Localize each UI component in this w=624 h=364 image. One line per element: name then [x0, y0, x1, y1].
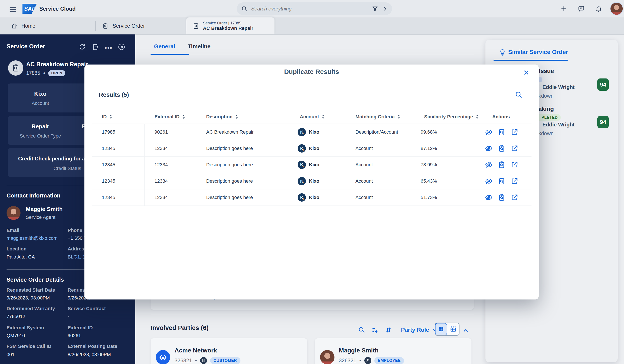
search-icon[interactable] — [358, 326, 365, 334]
tab-home-label: Home — [21, 23, 35, 29]
contact-info-heading: Contact Information — [6, 192, 60, 199]
open-external-icon[interactable] — [511, 128, 519, 136]
card-view-toggle[interactable] — [435, 323, 447, 335]
sort-toggle-icon[interactable] — [109, 114, 113, 119]
table-row[interactable]: 12345 12334 Description goes here KKixo … — [92, 157, 531, 173]
similarity-score-badge: 94 — [598, 78, 609, 91]
similar-card-title-fragment[interactable]: aking — [539, 106, 554, 113]
inspect-order-icon[interactable] — [498, 145, 506, 152]
tab-service-order-label: Service Order — [113, 23, 145, 29]
party-role-sort-select[interactable]: Party Role — [401, 326, 438, 333]
table-row[interactable]: 12345 12334 Description goes here KKixo … — [92, 189, 531, 206]
tab-strip: Home Service Order ••• — [0, 17, 624, 35]
table-row[interactable]: 12345 12334 Description goes here KKixo … — [92, 173, 531, 189]
add-filter-icon[interactable] — [371, 326, 378, 334]
tab-general[interactable]: General — [154, 43, 175, 50]
contact-name: Maggie Smith — [26, 206, 63, 213]
user-avatar[interactable] — [610, 3, 623, 15]
detail-value: 001 — [6, 352, 15, 358]
status-badge-fragment: PLETED — [539, 114, 561, 121]
chat-icon[interactable] — [578, 5, 585, 12]
table-row[interactable]: 17985 90261 AC Breakdown Repair KKixo De… — [92, 124, 531, 140]
notifications-bell-icon[interactable] — [595, 5, 602, 12]
cell-matching-criteria: Description/Account — [355, 129, 421, 135]
phone-label: Phone — [68, 228, 82, 233]
table-view-toggle[interactable] — [447, 323, 459, 335]
collapse-panel-icon[interactable] — [118, 43, 125, 50]
sort-toggle-icon[interactable] — [475, 114, 479, 119]
sort-toggle-icon[interactable] — [235, 114, 239, 119]
tab-timeline[interactable]: Timeline — [188, 43, 210, 50]
chevron-right-icon[interactable] — [382, 6, 388, 12]
party-card-acme[interactable]: Acme Network 326321 • CUSTOMER — [151, 338, 307, 364]
similar-card-title-fragment[interactable]: Issue — [539, 68, 554, 74]
cell-external-id: 12334 — [155, 162, 206, 168]
ignore-eye-slash-icon[interactable] — [485, 145, 493, 152]
tabs-baseline — [151, 55, 474, 55]
contact-avatar — [6, 206, 21, 220]
detail-value: QM7910 — [6, 333, 25, 339]
open-external-icon[interactable] — [511, 177, 519, 185]
table-row[interactable]: 12345 12334 Description goes here KKixo … — [92, 140, 531, 157]
ignore-eye-slash-icon[interactable] — [485, 128, 493, 136]
ignore-eye-slash-icon[interactable] — [485, 161, 493, 169]
order-details-heading: Service Order Details — [6, 276, 64, 283]
column-header-external-id[interactable]: External ID — [155, 114, 206, 120]
detail-value: 90261 — [68, 333, 81, 339]
inspect-order-icon[interactable] — [498, 194, 506, 201]
close-icon[interactable] — [522, 69, 530, 76]
search-icon[interactable] — [515, 91, 522, 98]
open-external-icon[interactable] — [511, 194, 519, 201]
pinned-column-divider — [144, 123, 145, 206]
hamburger-menu-icon[interactable] — [10, 6, 16, 13]
sort-toggle-icon[interactable] — [182, 114, 186, 119]
refresh-icon[interactable] — [78, 43, 86, 50]
order-title: AC Breakdown Repair — [26, 61, 88, 68]
global-search[interactable] — [237, 2, 392, 15]
party-role-badge: CUSTOMER — [210, 357, 240, 364]
description-fragment: kdown — [539, 130, 553, 136]
tab-service-order[interactable]: Service Order — [102, 17, 145, 34]
email-value[interactable]: maggiesmith@kixo.com — [6, 235, 58, 241]
section-divider — [151, 315, 474, 315]
sort-toggle-icon[interactable] — [397, 114, 401, 119]
sort-toggle-icon[interactable] — [321, 114, 325, 119]
add-icon[interactable] — [560, 5, 567, 12]
column-header-id[interactable]: ID — [92, 114, 155, 120]
inspect-order-icon[interactable] — [498, 177, 506, 185]
party-id: 326321 — [339, 358, 356, 364]
party-name: Acme Network — [175, 347, 217, 354]
top-bar: SAP Service Cloud — [0, 0, 624, 18]
column-header-description[interactable]: Description — [206, 114, 298, 120]
cell-account: KKixo — [298, 193, 355, 202]
order-status-badge: OPEN — [48, 70, 65, 76]
open-external-icon[interactable] — [511, 145, 519, 152]
dot-separator: • — [43, 70, 45, 76]
inspect-order-icon[interactable] — [498, 161, 506, 169]
party-card-maggie[interactable]: Maggie Smith 326321 • EMPLOYEE — [315, 338, 471, 364]
more-actions-icon[interactable]: ••• — [105, 45, 112, 51]
sort-icon[interactable] — [385, 326, 392, 334]
filter-icon[interactable] — [372, 6, 378, 12]
collapse-section-icon[interactable] — [463, 327, 469, 334]
cell-description: Description goes here — [206, 146, 298, 151]
detail-label: Request — [68, 287, 87, 293]
tab-home[interactable]: Home — [11, 17, 35, 34]
account-label: Account — [8, 100, 73, 106]
column-header-similarity[interactable]: Similarity Percentage — [421, 114, 485, 120]
column-header-matching-criteria[interactable]: Matching Criteria — [355, 114, 421, 120]
tab-active-service-order[interactable]: Service Order | 17985 AC Breakdown Repai… — [186, 17, 274, 34]
search-input[interactable] — [251, 6, 372, 12]
party-id: 326321 — [175, 358, 192, 364]
open-external-icon[interactable] — [511, 161, 519, 169]
ignore-eye-slash-icon[interactable] — [485, 177, 493, 185]
table-header-row: ID External ID Description Account Match… — [92, 110, 531, 124]
cell-external-id: 12334 — [155, 146, 206, 151]
ignore-eye-slash-icon[interactable] — [485, 194, 493, 201]
clipboard-export-icon[interactable] — [92, 43, 99, 50]
column-header-account[interactable]: Account — [298, 114, 355, 120]
cell-matching-criteria: Account — [355, 146, 421, 151]
dot-separator: • — [359, 358, 361, 364]
view-toggle-group — [435, 323, 460, 336]
inspect-order-icon[interactable] — [498, 128, 506, 136]
